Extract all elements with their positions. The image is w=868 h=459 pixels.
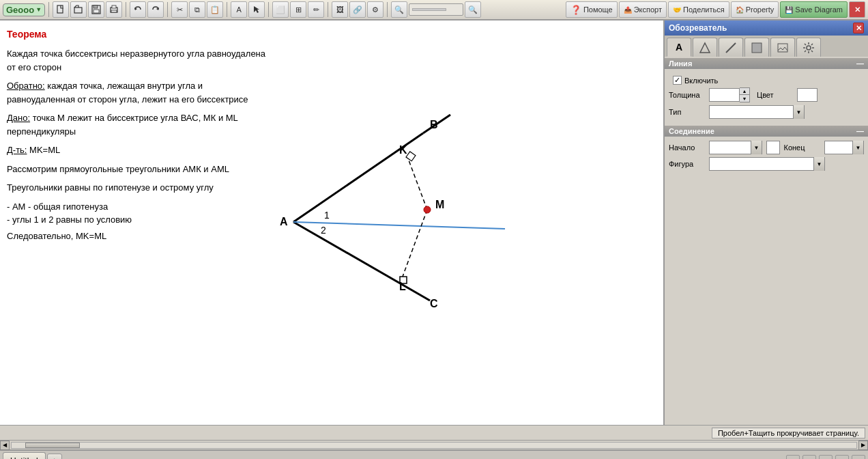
shape-tool2[interactable]: ⊞: [290, 1, 306, 18]
svg-rect-1: [74, 8, 82, 13]
page-tab-label: Untitled: [10, 456, 38, 460]
thickness-up[interactable]: ▲: [740, 88, 749, 95]
draw-tool[interactable]: ✏: [308, 1, 324, 18]
new-button[interactable]: [53, 1, 69, 18]
tab-bottom-right: ◀ ▶ ⋯ ⊡ ⛶: [786, 455, 865, 459]
thickness-row: Толщина ▲ ▼ Цвет: [669, 87, 864, 102]
type-dropdown[interactable]: ▼: [709, 105, 805, 119]
label-C: C: [430, 298, 438, 309]
scroll-track[interactable]: [11, 442, 857, 449]
thickness-label: Толщина: [669, 91, 706, 99]
property-label: Property: [746, 5, 775, 14]
zoom-in-button[interactable]: 🔍: [465, 1, 481, 18]
share-button[interactable]: 🤝 Поделиться: [668, 1, 729, 18]
proof2: Треугольники равны по гипотенузе и остро…: [7, 181, 266, 195]
color-label: Цвет: [757, 91, 794, 99]
print-button[interactable]: [106, 1, 122, 18]
svg-rect-4: [93, 10, 99, 13]
section-connection-collapse[interactable]: —: [856, 127, 864, 135]
save-diagram-button[interactable]: 💾 Save Diagram: [780, 1, 848, 18]
scroll-right-button[interactable]: ▶: [858, 441, 868, 450]
tab-fill[interactable]: [744, 38, 769, 57]
text-content: Теорема Каждая точка биссектрисы неразве…: [7, 27, 266, 248]
section-connection-body: Начало ▼ Конец ▼ Фигура ▼: [665, 138, 868, 176]
svg-marker-18: [700, 43, 710, 53]
svg-point-17: [424, 206, 431, 213]
open-button[interactable]: [70, 1, 87, 18]
label-angle2: 2: [321, 225, 326, 236]
page-nav-left[interactable]: ◀: [786, 455, 800, 459]
zoom-out-button[interactable]: 🔍: [391, 1, 407, 18]
select-tool[interactable]: [248, 1, 265, 18]
help-label: Помоще: [583, 5, 613, 14]
help-button[interactable]: ❓ Помоще: [566, 1, 618, 18]
close-button[interactable]: ✕: [849, 1, 865, 18]
scroll-left-button[interactable]: ◀: [0, 441, 10, 450]
logo-dropdown-icon[interactable]: ▼: [35, 6, 42, 13]
tab-settings[interactable]: [796, 38, 821, 57]
start-indicator: [766, 141, 780, 154]
enable-checkbox[interactable]: ✓: [673, 76, 682, 85]
property-button[interactable]: 🏠 Property: [731, 1, 779, 18]
reverse-label: Обратно:: [7, 81, 45, 91]
proof1: Рассмотрим прямоугольные треугольники АМ…: [7, 163, 266, 176]
rect-tool[interactable]: ⬜: [272, 1, 289, 18]
page-tab-1[interactable]: Untitled: [3, 452, 46, 459]
page-fullscreen[interactable]: ⛶: [852, 455, 865, 459]
panel-titlebar: Обозреватель ✕: [665, 20, 868, 36]
app-logo[interactable]: Geooo ▼: [3, 3, 45, 16]
copy-button[interactable]: ⧉: [189, 1, 205, 18]
text-tool[interactable]: A: [231, 1, 247, 18]
svg-rect-0: [57, 5, 63, 13]
figure-dropdown[interactable]: ▼: [709, 157, 825, 171]
svg-rect-6: [112, 5, 116, 8]
start-row: Начало ▼ Конец ▼: [669, 141, 864, 154]
page-settings[interactable]: ⋯: [819, 455, 833, 459]
main-toolbar: Geooo ▼ ✂ ⧉ 📋 A ⬜ ⊞ ✏ 🖼 🔗 ⚙ 🔍 🔍: [0, 0, 868, 20]
page-zoom[interactable]: ⊡: [835, 455, 849, 459]
label-M: M: [435, 199, 444, 210]
settings-tool[interactable]: ⚙: [367, 1, 384, 18]
tab-shape[interactable]: [693, 38, 717, 57]
svg-line-13: [408, 158, 427, 210]
export-button[interactable]: 📤 Экспорт: [619, 1, 667, 18]
sep7: [387, 2, 388, 17]
color-swatch[interactable]: [797, 88, 818, 102]
type-row: Тип ▼: [669, 105, 864, 119]
panel-title: Обозреватель: [669, 23, 727, 33]
thickness-down[interactable]: ▼: [740, 95, 749, 102]
thickness-input[interactable]: [709, 88, 740, 102]
end-dropdown[interactable]: ▼: [824, 141, 865, 154]
tab-image[interactable]: [770, 38, 795, 57]
tab-line[interactable]: [719, 38, 743, 57]
start-dropdown[interactable]: ▼: [709, 141, 762, 154]
section-line-collapse[interactable]: —: [856, 59, 864, 68]
tab-text-icon: A: [676, 42, 682, 53]
theorem-title: Теорема: [7, 27, 266, 42]
redo-button[interactable]: [147, 1, 164, 18]
prove: Д-ть: MK=ML: [7, 143, 266, 157]
label-angle1: 1: [324, 210, 330, 221]
canvas-area[interactable]: Теорема Каждая точка биссектрисы неразве…: [0, 20, 663, 425]
horizontal-scrollbar[interactable]: ◀ ▶: [0, 440, 868, 449]
link-tool[interactable]: 🔗: [349, 1, 366, 18]
sep2: [126, 2, 126, 17]
panel-tabs: A: [665, 36, 868, 57]
start-dropdown-arrow: ▼: [751, 141, 762, 154]
tab-text[interactable]: A: [667, 38, 691, 57]
theorem-line2: Обратно: каждая точка, лежащая внутри уг…: [7, 79, 266, 106]
undo-button[interactable]: [130, 1, 146, 18]
sep1: [48, 2, 49, 17]
svg-line-14: [403, 210, 427, 277]
save-button[interactable]: [88, 1, 104, 18]
export-label: Экспорт: [634, 5, 662, 14]
zoom-slider[interactable]: [409, 3, 463, 16]
paste-button[interactable]: 📋: [207, 1, 223, 18]
image-tool[interactable]: 🖼: [332, 1, 348, 18]
scroll-thumb[interactable]: [25, 443, 80, 448]
panel-close-button[interactable]: ✕: [853, 23, 864, 33]
add-page-button[interactable]: +: [47, 454, 62, 459]
type-dropdown-arrow: ▼: [793, 105, 804, 119]
cut-button[interactable]: ✂: [171, 1, 188, 18]
page-nav-right[interactable]: ▶: [802, 455, 816, 459]
